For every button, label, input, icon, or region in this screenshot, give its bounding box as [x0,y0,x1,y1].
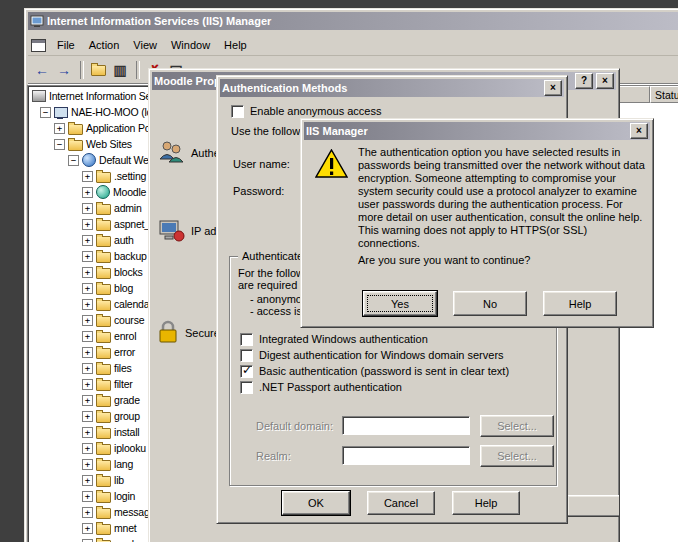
tree-item-iplooku[interactable]: +iplooku [28,440,150,456]
tree-item-lang[interactable]: +lang [28,456,150,472]
yes-button[interactable]: Yes [363,291,437,316]
tree-item-mod[interactable]: +mod [28,536,150,542]
tree-expander-plus[interactable]: + [82,539,93,542]
tree-expander-plus[interactable]: + [82,411,93,422]
forward-icon[interactable]: → [54,60,74,80]
checkbox-net-passport-authentication[interactable] [240,381,253,394]
tree-expander-plus[interactable]: + [82,299,93,310]
tree-expander-plus[interactable]: + [82,363,93,374]
tree-item-label: .setting [114,170,146,182]
tree-item-setting[interactable]: +.setting [28,168,150,184]
menu-file[interactable]: File [50,37,82,53]
tree-item-web-sites[interactable]: −Web Sites [28,136,150,152]
menu-window[interactable]: Window [164,37,217,53]
tree-item-nae-ho-moo-loca[interactable]: −NAE-HO-MOO (loca [28,104,150,120]
tree-expander-plus[interactable]: + [82,443,93,454]
ok-button[interactable]: OK [282,491,350,515]
tree-item-calenda[interactable]: +calenda [28,296,150,312]
menu-help[interactable]: Help [217,37,254,53]
close-icon[interactable]: × [544,80,562,96]
tree-expander-plus[interactable]: + [82,427,93,438]
menu-action[interactable]: Action [82,37,127,53]
tree-expander-minus[interactable]: − [68,155,79,166]
tree-item-label: messag [114,506,150,518]
tree-item-blog[interactable]: +blog [28,280,150,296]
tree-item-blocks[interactable]: +blocks [28,264,150,280]
tree-item-messag[interactable]: +messag [28,504,150,520]
tree-item-login[interactable]: +login [28,488,150,504]
tree-expander-plus[interactable]: + [82,507,93,518]
tree-expander-plus[interactable]: + [82,491,93,502]
tree-expander-plus[interactable]: + [82,523,93,534]
tree-expander-plus[interactable]: + [82,187,93,198]
tree-expander-plus[interactable]: + [82,219,93,230]
folder-icon [96,268,111,279]
tree-expander-plus[interactable]: + [82,315,93,326]
tree-expander-plus[interactable]: + [82,203,93,214]
anonymous-access-label: Enable anonymous access [250,105,381,117]
tree-expander-plus[interactable]: + [82,347,93,358]
tree-item-label: error [114,346,135,358]
tree-item-error[interactable]: +error [28,344,150,360]
tree-item-mnet[interactable]: +mnet [28,520,150,536]
up-folder-icon[interactable] [88,60,108,80]
tree-expander-plus[interactable]: + [82,171,93,182]
tree-expander-plus[interactable]: + [82,475,93,486]
tree-item-internet-information-se[interactable]: Internet Information Se [28,88,150,104]
properties-partial-button[interactable] [567,495,620,517]
tree-item-auth[interactable]: +auth [28,232,150,248]
tree-item-aspnet[interactable]: +aspnet_ [28,216,150,232]
tree-item-course[interactable]: +course [28,312,150,328]
checkbox-digest-authentication-for-windows-domain-servers[interactable] [240,349,253,362]
tree-expander-plus[interactable]: + [82,379,93,390]
tree-item-label: login [114,490,135,502]
no-button[interactable]: No [453,291,527,316]
tree-expander-plus[interactable]: + [82,235,93,246]
tree-item-group[interactable]: +group [28,408,150,424]
checkbox-basic-authentication-password-is-sent-in-clear-text[interactable] [240,365,253,378]
close-icon[interactable]: × [596,73,614,89]
console-tree: Internet Information Se−NAE-HO-MOO (loca… [27,85,151,542]
tree-expander-plus[interactable]: + [82,459,93,470]
menu-bar: FileActionViewWindowHelp [28,35,678,56]
ok-button-label: OK [308,497,324,509]
tree-item-moodle[interactable]: +Moodle [28,184,150,200]
realm-input[interactable] [342,446,470,465]
realm-select-button[interactable]: Select... [480,445,554,467]
tree-item-admin[interactable]: +admin [28,200,150,216]
tree-item-default-we[interactable]: −Default We [28,152,150,168]
folder-icon [96,396,111,407]
help-button[interactable]: Help [452,491,520,515]
tree-expander-plus[interactable]: + [82,331,93,342]
tree-item-lib[interactable]: +lib [28,472,150,488]
tree-expander-plus[interactable]: + [82,395,93,406]
folder-icon [96,364,111,375]
tree-item-grade[interactable]: +grade [28,392,150,408]
cancel-button[interactable]: Cancel [367,491,435,515]
method-row-net-passport-authentication: .NET Passport authentication [240,380,402,394]
default-domain-input[interactable] [342,416,470,435]
tree-item-enrol[interactable]: +enrol [28,328,150,344]
default-domain-select-button[interactable]: Select... [480,415,554,437]
warning-help-button[interactable]: Help [543,291,617,316]
tree-item-backup[interactable]: +backup [28,248,150,264]
checkbox-enable-anonymous-access[interactable] [231,105,244,118]
menu-view[interactable]: View [126,37,164,53]
close-icon[interactable]: × [630,123,648,139]
tree-item-filter[interactable]: +filter [28,376,150,392]
tree-expander-plus[interactable]: + [82,283,93,294]
tree-expander-plus[interactable]: + [82,267,93,278]
focus-ring [367,295,433,312]
show-console-tree-icon[interactable]: ▥ [110,60,130,80]
tree-expander-plus[interactable]: + [54,123,65,134]
context-help-button[interactable]: ? [575,73,593,89]
tree-expander-minus[interactable]: − [40,107,51,118]
tree-item-application-poo[interactable]: +Application Poo [28,120,150,136]
list-column-header-status[interactable]: Status [650,86,678,103]
tree-expander-minus[interactable]: − [54,139,65,150]
checkbox-integrated-windows-authentication[interactable] [240,333,253,346]
tree-item-install[interactable]: +install [28,424,150,440]
tree-expander-plus[interactable]: + [82,251,93,262]
tree-item-files[interactable]: +files [28,360,150,376]
back-icon[interactable]: ← [32,60,52,80]
